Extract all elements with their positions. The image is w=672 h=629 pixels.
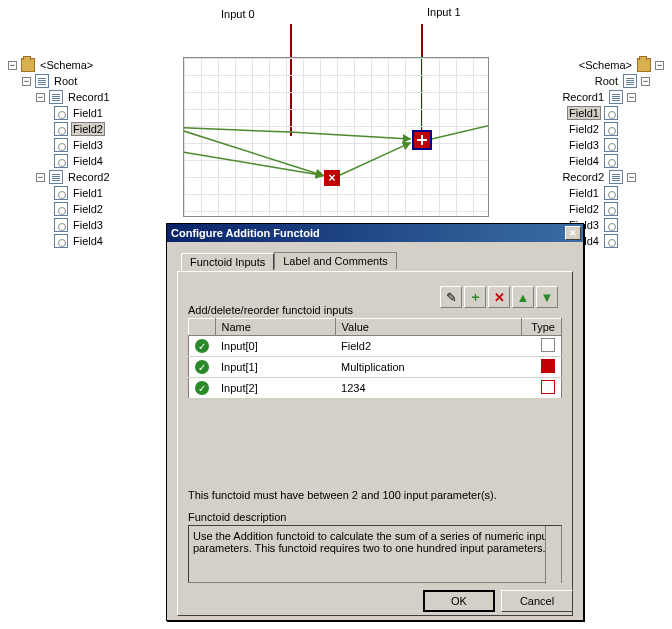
input1-label: Input 1	[427, 6, 461, 18]
check-icon: ✓	[195, 360, 209, 374]
record-node[interactable]: Record1	[66, 91, 112, 103]
field-icon	[54, 234, 68, 248]
field-node-selected[interactable]: Field2	[71, 122, 105, 136]
check-icon: ✓	[195, 381, 209, 395]
root-node[interactable]: Root	[593, 75, 620, 87]
collapse-icon[interactable]: −	[655, 61, 664, 70]
tree-type-icon	[541, 338, 555, 352]
field-icon	[604, 234, 618, 248]
inputs-constraint-note: This functoid must have between 2 and 10…	[188, 489, 562, 501]
collapse-icon[interactable]: −	[22, 77, 31, 86]
record-node[interactable]: Record2	[66, 171, 112, 183]
x-icon: ✕	[494, 290, 505, 305]
multiplication-functoid[interactable]	[324, 170, 340, 186]
field-node[interactable]: Field3	[567, 139, 601, 151]
mapper-canvas[interactable]	[183, 57, 489, 217]
field-icon	[54, 186, 68, 200]
field-node[interactable]: Field4	[567, 155, 601, 167]
record-node[interactable]: Record2	[560, 171, 606, 183]
page-icon	[35, 74, 49, 88]
col-type[interactable]: Type	[522, 319, 562, 336]
folder-icon	[637, 58, 651, 72]
delete-button[interactable]: ✕	[488, 286, 510, 308]
addition-functoid[interactable]	[412, 130, 432, 150]
field-icon	[604, 154, 618, 168]
field-icon	[604, 186, 618, 200]
edit-button[interactable]: ✎	[440, 286, 462, 308]
check-icon: ✓	[195, 339, 209, 353]
field-node[interactable]: Field3	[71, 219, 105, 231]
schema-node[interactable]: <Schema>	[38, 59, 95, 71]
field-node[interactable]: Field3	[71, 139, 105, 151]
folder-icon	[21, 58, 35, 72]
field-icon	[54, 154, 68, 168]
close-button[interactable]: ✕	[565, 226, 581, 240]
scrollbar[interactable]	[545, 526, 561, 584]
cancel-button[interactable]: Cancel	[501, 590, 573, 612]
tab-label-comments[interactable]: Label and Comments	[274, 252, 397, 269]
tab-bar: Functoid InputsLabel and Comments	[181, 252, 573, 271]
field-node[interactable]: Field2	[567, 123, 601, 135]
field-node[interactable]: Field4	[71, 235, 105, 247]
field-node[interactable]: Field2	[567, 203, 601, 215]
table-row[interactable]: ✓ Input[1] Multiplication	[189, 357, 562, 378]
add-button[interactable]: ＋	[464, 286, 486, 308]
collapse-icon[interactable]: −	[641, 77, 650, 86]
table-row[interactable]: ✓ Input[2] 1234	[189, 378, 562, 399]
dest-tree[interactable]: <Schema>− Root− Record1− Field1 Field2 F…	[560, 57, 664, 249]
input-name: Input[2]	[215, 378, 335, 399]
page-icon	[49, 90, 63, 104]
plus-icon: ＋	[469, 288, 482, 306]
schema-node[interactable]: <Schema>	[577, 59, 634, 71]
field-node[interactable]: Field2	[71, 203, 105, 215]
dialog-titlebar[interactable]: Configure Addition Functoid ✕	[167, 224, 583, 242]
source-tree[interactable]: −<Schema> −Root −Record1 Field1 Field2 F…	[8, 57, 112, 249]
collapse-icon[interactable]: −	[36, 93, 45, 102]
field-icon	[54, 138, 68, 152]
col-value[interactable]: Value	[335, 319, 521, 336]
field-icon	[604, 106, 618, 120]
input-value: Field2	[335, 336, 521, 357]
field-icon	[54, 122, 68, 136]
collapse-icon[interactable]: −	[8, 61, 17, 70]
input-value: 1234	[335, 378, 521, 399]
input-value: Multiplication	[335, 357, 521, 378]
ok-button[interactable]: OK	[423, 590, 495, 612]
dialog-title: Configure Addition Functoid	[169, 227, 565, 239]
page-icon	[49, 170, 63, 184]
tab-functoid-inputs[interactable]: Functoid Inputs	[181, 253, 274, 270]
move-up-button[interactable]: ▲	[512, 286, 534, 308]
field-node[interactable]: Field1	[71, 107, 105, 119]
description-label: Functoid description	[188, 511, 562, 523]
page-icon	[623, 74, 637, 88]
collapse-icon[interactable]: −	[627, 173, 636, 182]
collapse-icon[interactable]: −	[627, 93, 636, 102]
arrow-down-icon: ▼	[541, 290, 554, 305]
col-name[interactable]: Name	[215, 319, 335, 336]
field-icon	[604, 218, 618, 232]
field-icon	[54, 218, 68, 232]
field-node[interactable]: Field1	[71, 187, 105, 199]
field-node-selected[interactable]: Field1	[567, 106, 601, 120]
root-node[interactable]: Root	[52, 75, 79, 87]
constant-type-icon	[541, 380, 555, 394]
field-node[interactable]: Field4	[71, 155, 105, 167]
input-name: Input[0]	[215, 336, 335, 357]
input0-label: Input 0	[221, 8, 255, 20]
page-icon	[609, 170, 623, 184]
tab-panel: ✎ ＋ ✕ ▲ ▼ Add/delete/reorder functoid in…	[177, 271, 573, 616]
collapse-icon[interactable]: −	[36, 173, 45, 182]
field-node[interactable]: Field1	[567, 187, 601, 199]
record-node[interactable]: Record1	[560, 91, 606, 103]
inputs-table[interactable]: Name Value Type ✓ Input[0] Field2 ✓	[188, 318, 562, 399]
field-icon	[604, 122, 618, 136]
table-row[interactable]: ✓ Input[0] Field2	[189, 336, 562, 357]
inputs-toolbar: ✎ ＋ ✕ ▲ ▼	[440, 286, 558, 308]
description-textarea[interactable]	[188, 525, 562, 583]
field-icon	[604, 202, 618, 216]
field-icon	[604, 138, 618, 152]
move-down-button[interactable]: ▼	[536, 286, 558, 308]
arrow-up-icon: ▲	[517, 290, 530, 305]
field-icon	[54, 106, 68, 120]
page-icon	[609, 90, 623, 104]
